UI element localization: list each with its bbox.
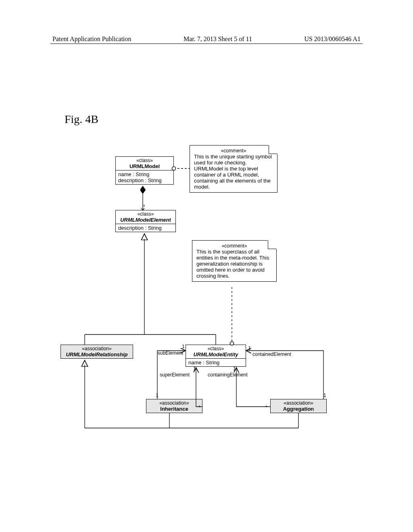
aggregation-stereo: «association»: [273, 400, 324, 406]
mult-star-1: *: [143, 204, 145, 210]
class-urmlmodelelement: «class» URMLModelElement description : S…: [115, 210, 176, 232]
urmlmodelelement-name: URMLModelElement: [118, 217, 173, 223]
urmlmodelentity-stereo: «class»: [188, 346, 243, 351]
mult-one-inh: 1: [156, 393, 159, 398]
mult-one-contained: 1: [248, 345, 251, 351]
mult-one-agg: 1: [323, 393, 326, 398]
class-aggregation: «association» Aggregation: [270, 399, 327, 413]
mult-star-inh-r: *: [198, 405, 200, 410]
role-containingelement: containingElement: [208, 372, 248, 378]
role-subelement: subElement: [158, 350, 183, 356]
comment-top-text: This is the unique starting symbol used …: [194, 154, 272, 190]
dogear-icon: [269, 145, 277, 154]
role-superelement: superElement: [160, 372, 190, 378]
aggregation-name: Aggregation: [273, 406, 324, 412]
comment-top-stereo: «comment»: [194, 148, 273, 154]
comment-mid: «comment» This is the superclass of all …: [192, 240, 277, 282]
class-urmlmodelentity: «class» URMLModelEntity name : String: [186, 345, 246, 367]
urmlmodel-stereo: «class»: [118, 158, 171, 163]
role-containedelement: containedElement: [252, 351, 291, 357]
urmlmodelentity-attr-0: name : String: [188, 360, 243, 366]
mult-one-containing: 1: [233, 366, 236, 372]
header-center: Mar. 7, 2013 Sheet 5 of 11: [184, 35, 252, 43]
header-rule: [50, 44, 363, 44]
urmlmodelelement-stereo: «class»: [118, 211, 173, 217]
header-right: US 2013/0060546 A1: [304, 35, 361, 43]
urmlmodel-attr-1: description : String: [118, 177, 171, 183]
inheritance-name: Inheritance: [149, 406, 200, 412]
class-urmlmodelrelationship: «association» URMLModelRelationship: [60, 345, 133, 359]
comment-mid-stereo: «comment»: [196, 243, 272, 249]
class-urmlmodel: «class» URMLModel name : String descript…: [115, 156, 174, 185]
urmlmodelentity-name: URMLModelEntity: [188, 351, 243, 357]
mult-one-super: 1: [193, 366, 196, 372]
comment-top: «comment» This is the unique starting sy…: [190, 145, 277, 193]
header-left: Patent Application Publication: [52, 35, 131, 43]
urmlmodelelement-attr-0: description : String: [118, 225, 173, 231]
class-inheritance: «association» Inheritance: [146, 399, 202, 413]
urmlmodel-name: URMLModel: [118, 163, 171, 169]
uml-diagram: «class» URMLModel name : String descript…: [52, 145, 359, 443]
inheritance-stereo: «association»: [149, 400, 200, 406]
mult-one-sub: 1: [182, 344, 185, 349]
dogear-icon: [268, 240, 277, 249]
comment-mid-text: This is the superclass of all entities i…: [196, 249, 269, 279]
urmlmodelrelationship-stereo: «association»: [63, 346, 130, 351]
urmlmodelrelationship-name: URMLModelRelationship: [63, 351, 130, 357]
mult-star-agg-l: *: [265, 405, 267, 410]
urmlmodel-attr-0: name : String: [118, 171, 171, 177]
figure-label: Fig. 4B: [65, 113, 98, 126]
